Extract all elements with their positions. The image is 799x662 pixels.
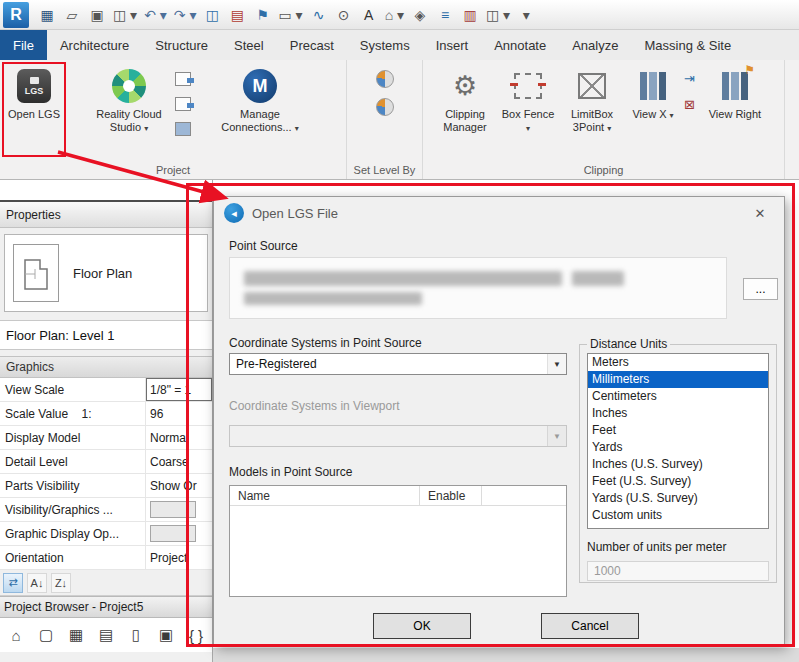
property-row: Detail Level Coarse [0, 450, 212, 474]
drawing-canvas[interactable] [213, 648, 799, 662]
text-icon[interactable]: A [357, 3, 381, 27]
sheet-icon[interactable]: ▯ [126, 626, 146, 644]
revit-logo[interactable]: R [3, 2, 29, 28]
ok-button[interactable]: OK [373, 613, 471, 639]
set-level-bottom-icon[interactable] [376, 98, 394, 116]
property-value[interactable]: Coarse [146, 450, 212, 473]
grid-icon[interactable]: ▦ [66, 626, 86, 644]
instance-selector[interactable]: Floor Plan: Level 1 [0, 320, 212, 350]
coordinate-systems-combo[interactable]: Pre-Registered ▼ [229, 353, 567, 375]
undo-icon[interactable]: ↶ ▾ [141, 3, 170, 27]
property-value[interactable] [146, 522, 212, 545]
sort-descending-icon[interactable]: Z↓ [51, 573, 71, 593]
switch-windows-icon[interactable]: ◫ ▾ [483, 3, 513, 27]
remove-view-icon[interactable]: ⊠ [684, 98, 695, 111]
dialog-title-bar[interactable]: ◂ Open LGS File ✕ [214, 197, 784, 229]
print-icon[interactable]: ◫ ▾ [110, 3, 140, 27]
property-value[interactable]: 96 [146, 402, 212, 425]
publish-connection-icon[interactable] [175, 72, 191, 86]
column-header-name[interactable]: Name [230, 486, 420, 505]
open-file-icon[interactable]: ▱ [60, 3, 84, 27]
property-value[interactable] [146, 498, 212, 521]
ribbon-tab[interactable]: Massing & Site [631, 30, 744, 60]
project-browser-title[interactable]: Project Browser - Project5 [0, 596, 212, 618]
ribbon-tab[interactable]: Annotate [481, 30, 559, 60]
distance-unit-item[interactable]: Inches (U.S. Survey) [588, 456, 768, 473]
property-row: Scale Value 1: 96 [0, 402, 212, 426]
paste-icon[interactable]: ▥ [458, 3, 482, 27]
reality-cloud-icon [112, 69, 146, 103]
point-source-label: Point Source [229, 239, 298, 253]
properties-interface-icon[interactable]: ⇄ [3, 573, 23, 593]
sort-ascending-icon[interactable]: A↓ [27, 573, 47, 593]
clipping-manager-button[interactable]: ⚙ Clipping Manager [431, 63, 499, 134]
open-lgs-button[interactable]: LGS Open LGS [4, 63, 64, 121]
distance-unit-item[interactable]: Yards [588, 439, 768, 456]
property-row: View Scale 1/8" = 1 [0, 378, 212, 402]
ribbon-tab[interactable]: Steel [221, 30, 277, 60]
print-preview-icon[interactable]: ◫ [200, 3, 224, 27]
view-right-button[interactable]: ⚑ View Right [706, 63, 764, 121]
zoom-icon[interactable]: ⊙ [332, 3, 356, 27]
distance-unit-item[interactable]: Feet [588, 422, 768, 439]
load-connection-icon[interactable] [175, 97, 191, 111]
panel-label-clipping[interactable]: Clipping [423, 164, 784, 176]
redo-icon[interactable]: ↷ ▾ [171, 3, 200, 27]
distance-unit-item[interactable]: Yards (U.S. Survey) [588, 490, 768, 507]
manage-connections-button[interactable]: M Manage Connections... ▾ [206, 63, 314, 135]
limitbox-3point-button[interactable]: LimitBox 3Point ▾ [559, 63, 625, 135]
property-value[interactable]: Project [146, 546, 212, 569]
panel-label-set-level-by[interactable]: Set Level By [347, 164, 422, 176]
models-table[interactable]: Name Enable [229, 485, 567, 597]
ribbon-tab[interactable]: Systems [347, 30, 423, 60]
braces-icon[interactable]: { } [186, 627, 206, 644]
project-views-icon[interactable]: ▦ [35, 3, 59, 27]
measure-icon[interactable]: ⚑ [250, 3, 274, 27]
distance-unit-item[interactable]: Centimeters [588, 388, 768, 405]
customize-qat-icon[interactable]: ▾ [514, 3, 538, 27]
graphics-section-header[interactable]: Graphics [0, 356, 212, 378]
home-view-icon[interactable]: ⌂ ▾ [382, 3, 407, 27]
navigate-icon[interactable]: ◈ [408, 3, 432, 27]
save-connection-icon[interactable] [175, 122, 191, 136]
ribbon-tab[interactable]: Structure [142, 30, 221, 60]
distance-unit-item[interactable]: Meters [588, 354, 768, 371]
save-icon[interactable]: ▣ [85, 3, 109, 27]
point-source-field[interactable] [229, 257, 727, 319]
distance-unit-item[interactable]: Millimeters [588, 371, 768, 388]
ribbon-panel-project: LGS Open LGS Reality Cloud Studio ▾ M Ma… [0, 60, 347, 179]
ribbon-tab[interactable]: Analyze [559, 30, 631, 60]
type-selector[interactable]: Floor Plan [4, 234, 208, 312]
view-x-button[interactable]: View X ▾ [629, 63, 677, 122]
column-header-enable[interactable]: Enable [420, 486, 482, 505]
browse-button[interactable]: ... [743, 278, 778, 300]
property-value[interactable]: Show Or [146, 474, 212, 497]
region-icon[interactable]: ▢ [36, 626, 56, 644]
view-in-box-icon[interactable]: ⇥ [684, 72, 695, 85]
ribbon-tab[interactable]: Insert [423, 30, 482, 60]
transfer-standards-icon[interactable]: ▤ [225, 3, 249, 27]
spline-icon[interactable]: ∿ [307, 3, 331, 27]
distance-unit-item[interactable]: Feet (U.S. Survey) [588, 473, 768, 490]
panel-label-project[interactable]: Project [0, 164, 346, 176]
filter-sliders-icon[interactable]: ≡ [433, 3, 457, 27]
property-value[interactable]: 1/8" = 1 [146, 378, 212, 401]
box-fence-icon [514, 73, 542, 99]
redacted-text [244, 271, 562, 286]
cancel-button[interactable]: Cancel [541, 613, 639, 639]
aligned-dimension-icon[interactable]: ▭ ▾ [275, 3, 305, 27]
schedule-icon[interactable]: ▤ [96, 626, 116, 644]
set-level-top-icon[interactable] [376, 70, 394, 88]
distance-unit-item[interactable]: Custom units [588, 507, 768, 524]
project-tree-icon[interactable]: ⌂ [6, 627, 26, 644]
ribbon-tab[interactable]: File [0, 30, 47, 60]
combo-arrow-icon[interactable]: ▼ [547, 354, 566, 374]
reality-cloud-studio-button[interactable]: Reality Cloud Studio ▾ [90, 63, 168, 135]
box-fence-button[interactable]: Box Fence ▾ [501, 63, 555, 135]
distance-unit-item[interactable]: Inches [588, 405, 768, 422]
ribbon-tab[interactable]: Architecture [47, 30, 142, 60]
close-icon[interactable]: ✕ [746, 201, 774, 225]
ribbon-tab[interactable]: Precast [277, 30, 347, 60]
property-value[interactable]: Normal [146, 426, 212, 449]
group-icon[interactable]: ▣ [156, 626, 176, 644]
